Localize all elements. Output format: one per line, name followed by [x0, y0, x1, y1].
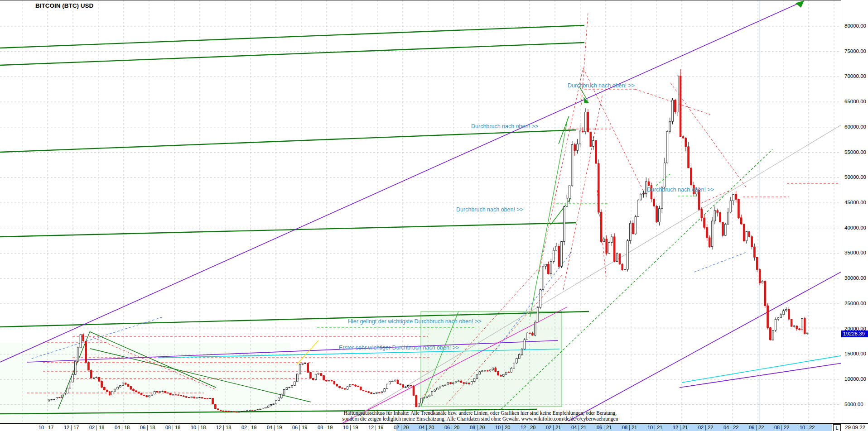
- candle-body: [371, 393, 372, 394]
- price-axis-label: 10000.00: [844, 376, 866, 382]
- candle-body: [365, 391, 367, 392]
- candle-body: [320, 374, 322, 376]
- price-axis-label: 5000.00: [844, 402, 863, 407]
- candle-body: [548, 264, 550, 274]
- candle-body: [770, 328, 772, 340]
- candle-body: [72, 374, 74, 382]
- candle-body: [125, 383, 126, 384]
- date-axis[interactable]: 1017121702180418061808181018121802190419…: [0, 423, 868, 431]
- price-axis[interactable]: 80000.0075000.0070000.0065000.0060000.00…: [841, 0, 868, 423]
- candle-body: [762, 281, 763, 283]
- candle-body: [82, 335, 84, 341]
- candle-body: [162, 391, 164, 392]
- date-axis-label: 0620: [444, 425, 460, 431]
- candle-body: [534, 322, 536, 335]
- candle-body: [169, 393, 171, 395]
- selected-date-range[interactable]: [396, 424, 832, 431]
- breakout-annotation: Durchbruch nach oben! >>: [568, 82, 635, 89]
- candle-body: [140, 393, 142, 395]
- candle-body: [156, 392, 158, 393]
- candle-body: [323, 376, 325, 380]
- trend-line: [682, 354, 848, 383]
- window-top-border: [0, 0, 868, 0]
- last-trade-marker[interactable]: L: [833, 424, 841, 431]
- candle-body: [756, 258, 758, 270]
- price-axis-label: 80000.00: [844, 23, 866, 29]
- candle-body: [333, 381, 335, 384]
- candle-body: [587, 112, 589, 132]
- candle-body: [603, 239, 605, 242]
- candle-body: [178, 395, 179, 395]
- candle-body: [672, 100, 674, 121]
- candle-body: [201, 397, 203, 398]
- disclaimer-line-1: Haftungsausschluss für Inhalte: Alle Tre…: [317, 410, 643, 416]
- date-axis-label: 1022: [800, 425, 815, 431]
- candle-body: [405, 387, 407, 388]
- candle-body: [682, 137, 684, 138]
- date-axis-label: 0618: [140, 425, 155, 431]
- candle-body: [724, 224, 726, 235]
- candle-body: [331, 380, 333, 381]
- candle-body: [267, 406, 269, 407]
- candle-body: [278, 398, 280, 401]
- candle-body: [487, 371, 488, 371]
- candle-body: [407, 386, 409, 387]
- candle-body: [542, 266, 544, 290]
- candle-body: [58, 397, 60, 398]
- candle-body: [680, 76, 681, 137]
- candle-body: [643, 193, 645, 194]
- candle-body: [690, 168, 692, 185]
- candle-body: [265, 407, 266, 408]
- candle-body: [275, 401, 277, 404]
- candle-body: [593, 140, 594, 146]
- candle-body: [67, 388, 68, 393]
- candle-body: [109, 392, 111, 395]
- candle-body: [738, 199, 740, 218]
- candle-body: [273, 404, 275, 404]
- candle-body: [608, 243, 610, 254]
- candle-body: [740, 218, 742, 224]
- candle-body: [220, 410, 222, 411]
- candle-body: [476, 374, 478, 379]
- candle-body: [291, 386, 293, 388]
- candle-body: [759, 269, 761, 283]
- candle-body: [600, 212, 602, 242]
- candle-body: [384, 389, 386, 392]
- candle-body: [391, 381, 393, 382]
- candle-body: [455, 382, 457, 383]
- candle-body: [225, 411, 227, 412]
- date-axis-label: 1017: [39, 425, 54, 431]
- candle-body: [90, 370, 92, 378]
- candle-body: [289, 387, 290, 388]
- date-axis-label: 0221: [546, 425, 561, 431]
- candle-body: [783, 311, 785, 315]
- candle-body: [788, 309, 790, 319]
- candle-body: [577, 144, 579, 150]
- candle-body: [402, 384, 404, 387]
- candle-body: [669, 121, 671, 131]
- date-axis-label: 0821: [622, 425, 637, 431]
- candle-body: [622, 264, 623, 270]
- candle-body: [529, 333, 531, 333]
- candle-body: [254, 410, 256, 410]
- candle-body: [727, 212, 729, 225]
- candle-body: [326, 380, 328, 381]
- candle-body: [188, 397, 190, 398]
- candle-body: [146, 396, 148, 397]
- candle-body: [286, 388, 288, 390]
- candle-body: [450, 383, 452, 384]
- chart-canvas[interactable]: [0, 0, 868, 431]
- date-axis-label: 0819: [318, 425, 333, 431]
- candle-body: [251, 410, 253, 411]
- candle-body: [117, 387, 119, 389]
- candle-body: [508, 372, 510, 373]
- candle-body: [484, 371, 486, 371]
- candle-body: [111, 391, 113, 395]
- candle-body: [360, 387, 362, 390]
- candle-body: [122, 383, 124, 386]
- candle-body: [318, 374, 319, 374]
- candle-body: [656, 206, 658, 222]
- candle-body: [104, 387, 106, 390]
- candle-body: [429, 395, 430, 397]
- candle-body: [677, 76, 679, 112]
